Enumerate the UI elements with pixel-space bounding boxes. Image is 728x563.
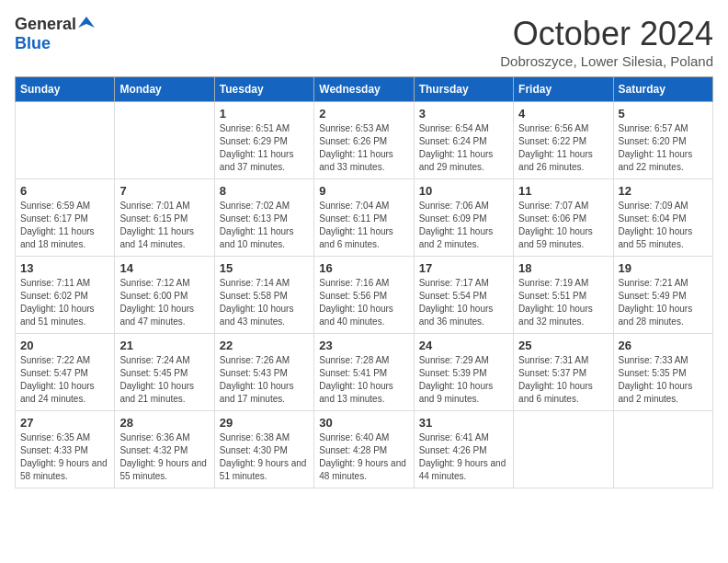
day-detail: Sunrise: 7:16 AMSunset: 5:56 PMDaylight:… bbox=[319, 277, 408, 328]
day-detail: Sunrise: 7:07 AMSunset: 6:06 PMDaylight:… bbox=[518, 200, 608, 251]
calendar-cell: 23Sunrise: 7:28 AMSunset: 5:41 PMDayligh… bbox=[314, 334, 414, 411]
day-detail: Sunrise: 6:40 AMSunset: 4:28 PMDaylight:… bbox=[319, 431, 408, 483]
day-number: 24 bbox=[419, 339, 508, 352]
calendar-cell: 6Sunrise: 6:59 AMSunset: 6:17 PMDaylight… bbox=[16, 179, 115, 257]
svg-marker-0 bbox=[78, 17, 95, 28]
day-detail: Sunrise: 7:22 AMSunset: 5:47 PMDaylight:… bbox=[20, 354, 109, 406]
calendar-cell: 25Sunrise: 7:31 AMSunset: 5:37 PMDayligh… bbox=[514, 334, 613, 411]
calendar-cell: 9Sunrise: 7:04 AMSunset: 6:11 PMDaylight… bbox=[314, 179, 414, 257]
calendar-cell: 10Sunrise: 7:06 AMSunset: 6:09 PMDayligh… bbox=[414, 179, 513, 257]
calendar-cell: 22Sunrise: 7:26 AMSunset: 5:43 PMDayligh… bbox=[214, 334, 313, 411]
day-number: 12 bbox=[619, 184, 708, 198]
day-detail: Sunrise: 7:33 AMSunset: 5:35 PMDaylight:… bbox=[619, 354, 708, 406]
logo-general: General bbox=[15, 15, 76, 34]
day-number: 17 bbox=[419, 261, 508, 275]
calendar-cell: 19Sunrise: 7:21 AMSunset: 5:49 PMDayligh… bbox=[613, 257, 712, 334]
week-row-5: 27Sunrise: 6:35 AMSunset: 4:33 PMDayligh… bbox=[16, 411, 713, 488]
calendar-cell: 7Sunrise: 7:01 AMSunset: 6:15 PMDaylight… bbox=[115, 179, 214, 257]
day-number: 31 bbox=[419, 416, 508, 430]
weekday-header-saturday: Saturday bbox=[613, 77, 712, 102]
day-detail: Sunrise: 7:04 AMSunset: 6:11 PMDaylight:… bbox=[319, 200, 408, 251]
calendar-cell bbox=[613, 411, 712, 488]
calendar-cell bbox=[16, 102, 115, 179]
day-number: 30 bbox=[319, 416, 408, 430]
calendar-cell: 28Sunrise: 6:36 AMSunset: 4:32 PMDayligh… bbox=[115, 411, 214, 488]
week-row-4: 20Sunrise: 7:22 AMSunset: 5:47 PMDayligh… bbox=[16, 334, 713, 411]
day-detail: Sunrise: 7:28 AMSunset: 5:41 PMDaylight:… bbox=[319, 354, 408, 406]
day-detail: Sunrise: 6:41 AMSunset: 4:26 PMDaylight:… bbox=[419, 431, 508, 483]
day-detail: Sunrise: 7:19 AMSunset: 5:51 PMDaylight:… bbox=[518, 277, 608, 328]
calendar-cell: 31Sunrise: 6:41 AMSunset: 4:26 PMDayligh… bbox=[414, 411, 513, 488]
calendar-cell: 1Sunrise: 6:51 AMSunset: 6:29 PMDaylight… bbox=[214, 102, 313, 179]
day-number: 5 bbox=[619, 107, 708, 121]
day-number: 8 bbox=[220, 184, 309, 198]
title-area: October 2024 Dobroszyce, Lower Silesia, … bbox=[500, 15, 713, 69]
calendar-cell: 15Sunrise: 7:14 AMSunset: 5:58 PMDayligh… bbox=[214, 257, 313, 334]
day-number: 19 bbox=[619, 261, 708, 275]
calendar-cell: 17Sunrise: 7:17 AMSunset: 5:54 PMDayligh… bbox=[414, 257, 513, 334]
day-number: 25 bbox=[518, 339, 608, 352]
day-number: 22 bbox=[220, 339, 309, 352]
day-detail: Sunrise: 7:09 AMSunset: 6:04 PMDaylight:… bbox=[619, 200, 708, 251]
day-detail: Sunrise: 6:36 AMSunset: 4:32 PMDaylight:… bbox=[119, 431, 209, 483]
day-detail: Sunrise: 7:21 AMSunset: 5:49 PMDaylight:… bbox=[619, 277, 708, 328]
day-detail: Sunrise: 6:57 AMSunset: 6:20 PMDaylight:… bbox=[619, 122, 708, 174]
calendar-cell: 14Sunrise: 7:12 AMSunset: 6:00 PMDayligh… bbox=[115, 257, 214, 334]
day-detail: Sunrise: 7:24 AMSunset: 5:45 PMDaylight:… bbox=[119, 354, 209, 406]
day-number: 6 bbox=[20, 184, 109, 198]
calendar-cell: 13Sunrise: 7:11 AMSunset: 6:02 PMDayligh… bbox=[16, 257, 115, 334]
day-detail: Sunrise: 7:12 AMSunset: 6:00 PMDaylight:… bbox=[119, 277, 209, 328]
calendar-cell: 8Sunrise: 7:02 AMSunset: 6:13 PMDaylight… bbox=[214, 179, 313, 257]
day-detail: Sunrise: 7:17 AMSunset: 5:54 PMDaylight:… bbox=[419, 277, 508, 328]
calendar-cell: 18Sunrise: 7:19 AMSunset: 5:51 PMDayligh… bbox=[514, 257, 613, 334]
week-row-3: 13Sunrise: 7:11 AMSunset: 6:02 PMDayligh… bbox=[16, 257, 713, 334]
day-number: 18 bbox=[518, 261, 608, 275]
calendar-cell bbox=[514, 411, 613, 488]
day-number: 26 bbox=[619, 339, 708, 352]
day-number: 7 bbox=[119, 184, 209, 198]
weekday-header-monday: Monday bbox=[115, 77, 214, 102]
day-number: 21 bbox=[119, 339, 209, 352]
day-number: 13 bbox=[20, 261, 109, 275]
calendar-cell: 5Sunrise: 6:57 AMSunset: 6:20 PMDaylight… bbox=[613, 102, 712, 179]
day-detail: Sunrise: 6:38 AMSunset: 4:30 PMDaylight:… bbox=[220, 431, 309, 483]
logo-bird-icon bbox=[78, 15, 95, 31]
day-number: 20 bbox=[20, 339, 109, 352]
calendar-cell: 21Sunrise: 7:24 AMSunset: 5:45 PMDayligh… bbox=[115, 334, 214, 411]
weekday-header-wednesday: Wednesday bbox=[314, 77, 414, 102]
week-row-2: 6Sunrise: 6:59 AMSunset: 6:17 PMDaylight… bbox=[16, 179, 713, 257]
day-number: 2 bbox=[319, 107, 408, 121]
day-detail: Sunrise: 6:35 AMSunset: 4:33 PMDaylight:… bbox=[20, 431, 109, 483]
day-detail: Sunrise: 6:53 AMSunset: 6:26 PMDaylight:… bbox=[319, 122, 408, 174]
logo: General Blue bbox=[15, 15, 95, 53]
day-detail: Sunrise: 7:06 AMSunset: 6:09 PMDaylight:… bbox=[419, 200, 508, 251]
day-detail: Sunrise: 6:51 AMSunset: 6:29 PMDaylight:… bbox=[220, 122, 309, 174]
weekday-header-thursday: Thursday bbox=[414, 77, 513, 102]
day-number: 15 bbox=[220, 261, 309, 275]
logo-blue: Blue bbox=[15, 34, 51, 53]
day-number: 11 bbox=[518, 184, 608, 198]
calendar-cell: 3Sunrise: 6:54 AMSunset: 6:24 PMDaylight… bbox=[414, 102, 513, 179]
calendar-table: SundayMondayTuesdayWednesdayThursdayFrid… bbox=[15, 76, 713, 488]
calendar-cell bbox=[115, 102, 214, 179]
calendar-cell: 29Sunrise: 6:38 AMSunset: 4:30 PMDayligh… bbox=[214, 411, 313, 488]
weekday-header-row: SundayMondayTuesdayWednesdayThursdayFrid… bbox=[16, 77, 713, 102]
location-title: Dobroszyce, Lower Silesia, Poland bbox=[500, 53, 713, 69]
calendar-cell: 24Sunrise: 7:29 AMSunset: 5:39 PMDayligh… bbox=[414, 334, 513, 411]
day-detail: Sunrise: 6:54 AMSunset: 6:24 PMDaylight:… bbox=[419, 122, 508, 174]
calendar-cell: 11Sunrise: 7:07 AMSunset: 6:06 PMDayligh… bbox=[514, 179, 613, 257]
day-detail: Sunrise: 7:31 AMSunset: 5:37 PMDaylight:… bbox=[518, 354, 608, 406]
calendar-cell: 4Sunrise: 6:56 AMSunset: 6:22 PMDaylight… bbox=[514, 102, 613, 179]
day-detail: Sunrise: 7:11 AMSunset: 6:02 PMDaylight:… bbox=[20, 277, 109, 328]
day-detail: Sunrise: 7:26 AMSunset: 5:43 PMDaylight:… bbox=[220, 354, 309, 406]
day-number: 4 bbox=[518, 107, 608, 121]
day-number: 10 bbox=[419, 184, 508, 198]
calendar-cell: 16Sunrise: 7:16 AMSunset: 5:56 PMDayligh… bbox=[314, 257, 414, 334]
calendar-cell: 20Sunrise: 7:22 AMSunset: 5:47 PMDayligh… bbox=[16, 334, 115, 411]
day-detail: Sunrise: 7:14 AMSunset: 5:58 PMDaylight:… bbox=[220, 277, 309, 328]
weekday-header-sunday: Sunday bbox=[16, 77, 115, 102]
day-number: 3 bbox=[419, 107, 508, 121]
weekday-header-friday: Friday bbox=[514, 77, 613, 102]
header: General Blue October 2024 Dobroszyce, Lo… bbox=[15, 15, 713, 69]
day-number: 1 bbox=[220, 107, 309, 121]
